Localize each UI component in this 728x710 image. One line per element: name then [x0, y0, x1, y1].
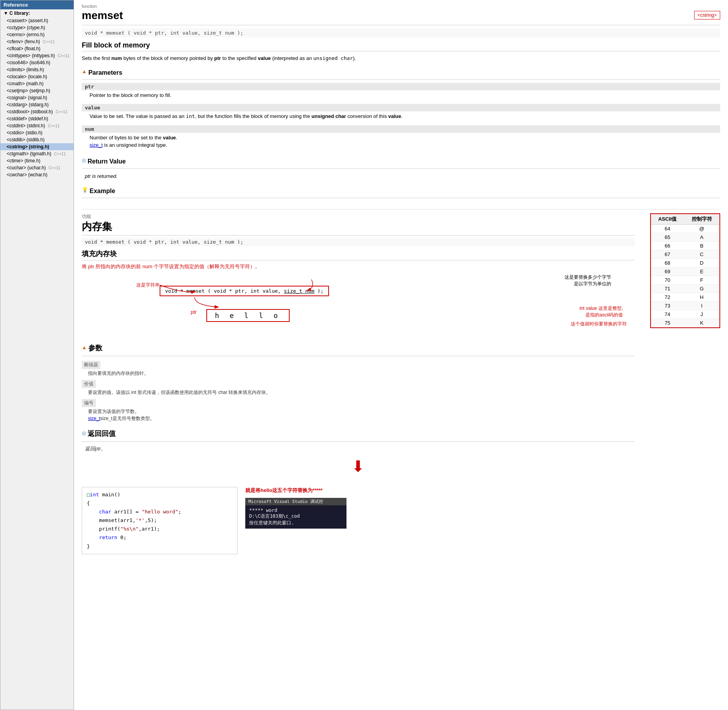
code-line-1: □int main()	[87, 490, 232, 499]
ascii-value: 67	[651, 250, 684, 258]
top-section: function memset <cstring> void * memset …	[82, 4, 720, 201]
ann2-text: 这是要替换多少个字节 是以字节为单位的	[564, 274, 611, 287]
sidebar-item-cerrno[interactable]: <cerrno> (errno.h)	[0, 31, 74, 38]
code-line-6: return 0;	[87, 533, 232, 542]
code-line-4: memset(arr1,'*',5);	[87, 516, 232, 525]
code-line-3: char arr1[] = "hello word";	[87, 508, 232, 516]
param-ptr-block: ptr Pointer to the block of memory to fi…	[82, 83, 720, 100]
ascii-col2-header: 控制字符	[684, 214, 719, 225]
ascii-char: B	[684, 241, 719, 250]
sidebar-header: Reference	[0, 0, 74, 9]
sidebar-item-cstdio[interactable]: <cstdio> (stdio.h)	[0, 129, 74, 136]
param-num-block: num Number of bytes to be set to the val…	[82, 125, 720, 150]
sidebar-item-ctime[interactable]: <ctime> (time.h)	[0, 157, 74, 164]
return-title: Return Value	[88, 158, 126, 165]
ascii-char: F	[684, 276, 719, 284]
ascii-value: 69	[651, 267, 684, 276]
sidebar-item-cwchar[interactable]: <cwchar> (wchar.h)	[0, 171, 74, 178]
ptr-label: ptr	[191, 309, 197, 315]
sidebar-item-cstdlib[interactable]: <cstdlib> (stdlib.h)	[0, 136, 74, 143]
ch-params-icon: ▲	[82, 344, 87, 350]
ascii-value: 66	[651, 241, 684, 250]
sidebar-item-cstddef[interactable]: <cstddef> (stddef.h)	[0, 115, 74, 122]
sidebar-item-csignal[interactable]: <csignal> (signal.h)	[0, 94, 74, 101]
sidebar-item-cstring[interactable]: <cstring> (string.h)	[0, 143, 74, 150]
cstring-badge: <cstring>	[694, 11, 720, 19]
sidebar-item-cstdarg[interactable]: <cstdarg> (stdarg.h)	[0, 101, 74, 108]
ch-return-desc: 返回ptr。	[82, 444, 635, 453]
ascii-col1-header: ASCII值	[651, 214, 684, 225]
param-value-block: value Value to be set. The value is pass…	[82, 104, 720, 121]
console-box: Microsoft Visual Studio 调试控 ***** word D…	[245, 498, 346, 529]
function-label: function	[82, 4, 720, 9]
sidebar-item-ciso646[interactable]: <ciso646> (iso646.h)	[0, 59, 74, 66]
ch-param2-desc: 要设置的值。该值以 int 形式传递，但该函数使用此值的无符号 char 转换来…	[82, 388, 635, 397]
ch-title: 内存集	[82, 220, 635, 234]
sidebar-item-clocale[interactable]: <clocale> (locale.h)	[0, 73, 74, 80]
code-line-5: printf("%s\n",arr1);	[87, 525, 232, 533]
sidebar-section: ▼ C library:	[0, 9, 74, 17]
sidebar-item-cuchar[interactable]: <cuchar> (uchar.h) C++11	[0, 164, 74, 171]
params-icon: ▲	[82, 69, 87, 74]
annotation-diagram: 这是要替换多少个字节 是以字节为单位的 void * memset ( void…	[82, 274, 635, 336]
sidebar-item-cmath[interactable]: <cmath> (math.h)	[0, 80, 74, 87]
english-doc: function memset <cstring> void * memset …	[82, 4, 720, 201]
hello-box: h e l l o	[206, 305, 290, 322]
ascii-char: H	[684, 293, 719, 301]
ch-subtitle: 填充内存块	[82, 249, 635, 258]
subtitle: Fill block of memory	[82, 41, 720, 49]
ch-param2-name: 价值	[82, 380, 96, 388]
ascii-value: 68	[651, 258, 684, 267]
code-block: □int main() { char arr1[] = "hello word"…	[82, 487, 237, 554]
function-signature: void * memset ( void * ptr, int value, s…	[82, 28, 720, 37]
ascii-value: 65	[651, 233, 684, 241]
ch-signature: void * memset ( void * ptr, int value, s…	[82, 238, 635, 246]
sidebar-item-climits[interactable]: <climits> (limits.h)	[0, 66, 74, 73]
param-num-name: num	[82, 125, 720, 133]
diagram-code-box: void * memset ( void * ptr, int value, s…	[160, 286, 329, 296]
code-comment: 就是将hello这五个字符替换为*****	[245, 487, 346, 494]
ch-param1-desc: 指向要填充的内存块的指针。	[82, 369, 635, 378]
param-ptr-name: ptr	[82, 83, 720, 90]
console-title: Microsoft Visual Studio 调试控	[245, 498, 346, 505]
ann4-text: 这个值就时你要替换的字符	[571, 321, 627, 327]
code-box-signature: void * memset ( void * ptr, int value, s…	[160, 286, 329, 296]
sidebar-item-csetjmp[interactable]: <csetjmp> (setjmp.h)	[0, 87, 74, 94]
ascii-value: 70	[651, 276, 684, 284]
ascii-char: C	[684, 250, 719, 258]
ascii-char: K	[684, 318, 719, 327]
ascii-row: 70F	[651, 276, 719, 284]
param-num-desc: Number of bytes to be set to the value. …	[82, 133, 720, 150]
ascii-value: 74	[651, 310, 684, 318]
console-line3: 按任意键关闭此窗口.	[249, 520, 343, 526]
ascii-value: 72	[651, 293, 684, 301]
sidebar-item-cfenv[interactable]: <cfenv> (fenv.h) C++11	[0, 38, 74, 45]
ascii-table-data: ASCII值 控制字符 64@65A66B67C68D69E70F71G72H7…	[651, 214, 719, 327]
sidebar-item-ctgmath[interactable]: <ctgmath> (tgmath.h) C++11	[0, 150, 74, 157]
ascii-char: A	[684, 233, 719, 241]
sidebar-item-cstdbool[interactable]: <cstdbool> (stdbool.h) C++11	[0, 108, 74, 115]
param-value-desc: Value to be set. The value is passed as …	[82, 111, 720, 121]
ascii-char: G	[684, 284, 719, 293]
sidebar-item-cstdint[interactable]: <cstdint> (stdint.h) C++11	[0, 122, 74, 129]
ascii-row: 74J	[651, 310, 719, 318]
ascii-row: 67C	[651, 250, 719, 258]
bottom-area: 功能 内存集 void * memset ( void * ptr, int v…	[82, 209, 720, 554]
example-title: Example	[90, 188, 115, 195]
return-desc: ptr is returned.	[82, 172, 720, 181]
ch-label: 功能	[82, 213, 635, 220]
ascii-value: 64	[651, 224, 684, 233]
sidebar-item-cinttypes[interactable]: <cinttypes> (inttypes.h) C++11	[0, 52, 74, 59]
ch-param1-name: 断续器	[82, 361, 100, 369]
ascii-char: D	[684, 258, 719, 267]
sidebar-item-cassert[interactable]: <cassert> (assert.h)	[0, 17, 74, 24]
ascii-row: 64@	[651, 224, 719, 233]
ch-desc: 将 ptr 所指向的内存块的前 num 个字节设置为指定的值（解释为无符号字符）…	[82, 263, 635, 271]
sidebar-item-cctype[interactable]: <cctype> (ctype.h)	[0, 24, 74, 31]
ascii-row: 72H	[651, 293, 719, 301]
ch-params-title: 参数	[88, 343, 102, 353]
ascii-char: @	[684, 224, 719, 233]
function-title: memset	[82, 9, 123, 22]
console-line1: ***** word	[249, 508, 343, 513]
sidebar-item-cfloat[interactable]: <cfloat> (float.h)	[0, 45, 74, 52]
